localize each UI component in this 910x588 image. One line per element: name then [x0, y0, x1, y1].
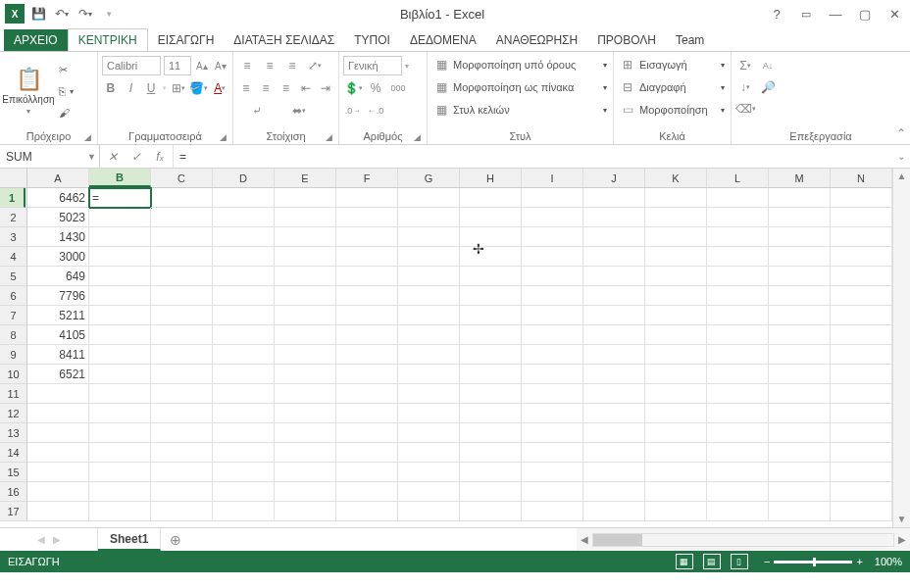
scrollbar-thumb[interactable]	[593, 534, 642, 546]
cell-B11[interactable]	[89, 384, 151, 404]
cell-I2[interactable]	[522, 208, 583, 227]
cell-M6[interactable]	[769, 286, 831, 306]
cell-J1[interactable]	[583, 188, 645, 208]
cell-K15[interactable]	[645, 463, 707, 482]
cell-C17[interactable]	[151, 502, 213, 521]
format-painter-button[interactable]: 🖌	[57, 103, 76, 122]
sort-filter-button[interactable]: A↓	[758, 56, 778, 75]
cell-B12[interactable]	[89, 404, 151, 423]
cell-A2[interactable]: 5023	[27, 208, 89, 227]
cell-F15[interactable]	[336, 463, 398, 482]
underline-button[interactable]: U	[142, 78, 160, 98]
wrap-text-button[interactable]: ⤶	[237, 101, 277, 121]
cell-E4[interactable]	[275, 247, 336, 267]
tab-data[interactable]: ΔΕΔΟΜΕΝΑ	[400, 29, 486, 51]
cell-C5[interactable]	[151, 267, 213, 286]
cell-A1[interactable]: 6462	[27, 188, 89, 208]
cell-H17[interactable]	[460, 502, 522, 521]
cell-K9[interactable]	[645, 345, 707, 365]
cell-C10[interactable]	[151, 365, 213, 384]
cell-G4[interactable]	[398, 247, 460, 267]
cell-N15[interactable]	[831, 463, 892, 482]
cell-E14[interactable]	[275, 443, 336, 463]
cell-I3[interactable]	[522, 227, 583, 247]
column-header-F[interactable]: F	[336, 169, 398, 187]
cell-C16[interactable]	[151, 482, 213, 502]
minimize-button[interactable]: —	[824, 2, 847, 25]
cell-D9[interactable]	[213, 345, 275, 365]
cell-N6[interactable]	[831, 286, 892, 306]
cell-C14[interactable]	[151, 443, 213, 463]
cell-B5[interactable]	[89, 267, 151, 286]
tab-view[interactable]: ΠΡΟΒΟΛΗ	[587, 29, 666, 51]
cell-I16[interactable]	[522, 482, 583, 502]
cell-D6[interactable]	[213, 286, 275, 306]
cell-I11[interactable]	[522, 384, 583, 404]
cell-M14[interactable]	[769, 443, 831, 463]
cell-N8[interactable]	[831, 325, 892, 345]
cell-K1[interactable]	[645, 188, 707, 208]
cell-I4[interactable]	[522, 247, 583, 267]
increase-indent-button[interactable]: ⇥	[318, 78, 334, 98]
format-cells-button[interactable]: ▭Μορφοποίηση▾	[618, 99, 727, 121]
cell-C2[interactable]	[151, 208, 213, 227]
page-break-view-button[interactable]: ▯	[731, 554, 748, 569]
cell-K14[interactable]	[645, 443, 707, 463]
cell-I10[interactable]	[522, 365, 583, 384]
cell-D3[interactable]	[213, 227, 275, 247]
ribbon-display-icon[interactable]: ▭	[794, 2, 818, 25]
cell-L13[interactable]	[707, 423, 769, 443]
cell-H12[interactable]	[460, 404, 522, 423]
cell-J10[interactable]	[583, 365, 645, 384]
cell-D10[interactable]	[213, 365, 275, 384]
cell-F11[interactable]	[336, 384, 398, 404]
cell-H15[interactable]	[460, 463, 522, 482]
cell-K4[interactable]	[645, 247, 707, 267]
font-color-button[interactable]: A▾	[211, 78, 228, 98]
row-header-4[interactable]: 4	[0, 247, 26, 267]
cell-F12[interactable]	[336, 404, 398, 423]
merge-button[interactable]: ⬌▾	[279, 101, 319, 121]
horizontal-scrollbar[interactable]: ◀ ▶	[577, 528, 910, 551]
formula-input[interactable]: =	[174, 145, 892, 168]
new-sheet-button[interactable]: ⊕	[161, 528, 190, 551]
cell-A16[interactable]	[27, 482, 89, 502]
column-header-B[interactable]: B	[89, 169, 151, 187]
redo-icon[interactable]: ↷▾	[75, 3, 96, 24]
cell-E15[interactable]	[275, 463, 336, 482]
cell-G7[interactable]	[398, 306, 460, 325]
border-button[interactable]: ⊞▾	[170, 78, 187, 98]
cell-N4[interactable]	[831, 247, 892, 267]
cell-I14[interactable]	[522, 443, 583, 463]
row-header-17[interactable]: 17	[0, 502, 26, 521]
cell-B9[interactable]	[89, 345, 151, 365]
cell-G2[interactable]	[398, 208, 460, 227]
cell-G11[interactable]	[398, 384, 460, 404]
cell-A11[interactable]	[27, 384, 89, 404]
cell-K2[interactable]	[645, 208, 707, 227]
cell-H2[interactable]	[460, 208, 522, 227]
font-size-combo[interactable]: 11	[164, 56, 191, 75]
cell-E7[interactable]	[275, 306, 336, 325]
shrink-font-button[interactable]: A▾	[213, 56, 228, 75]
cell-M1[interactable]	[769, 188, 831, 208]
cell-K10[interactable]	[645, 365, 707, 384]
row-header-16[interactable]: 16	[0, 482, 26, 502]
cell-F14[interactable]	[336, 443, 398, 463]
fill-color-button[interactable]: 🪣▾	[189, 78, 208, 98]
cell-A4[interactable]: 3000	[27, 247, 89, 267]
cell-M15[interactable]	[769, 463, 831, 482]
cell-N11[interactable]	[831, 384, 892, 404]
cell-K6[interactable]	[645, 286, 707, 306]
row-header-6[interactable]: 6	[0, 286, 26, 306]
cells-area[interactable]: 6462=50231430300064977965211410584116521	[27, 188, 892, 527]
align-right-button[interactable]: ≡	[278, 78, 294, 98]
cell-J13[interactable]	[583, 423, 645, 443]
tab-file[interactable]: ΑΡΧΕΙΟ	[4, 29, 68, 51]
italic-button[interactable]: I	[123, 78, 140, 98]
align-center-button[interactable]: ≡	[257, 78, 274, 98]
cell-L7[interactable]	[707, 306, 769, 325]
column-header-C[interactable]: C	[151, 169, 213, 187]
cell-N3[interactable]	[831, 227, 892, 247]
enter-formula-button[interactable]: ✓	[127, 150, 145, 164]
